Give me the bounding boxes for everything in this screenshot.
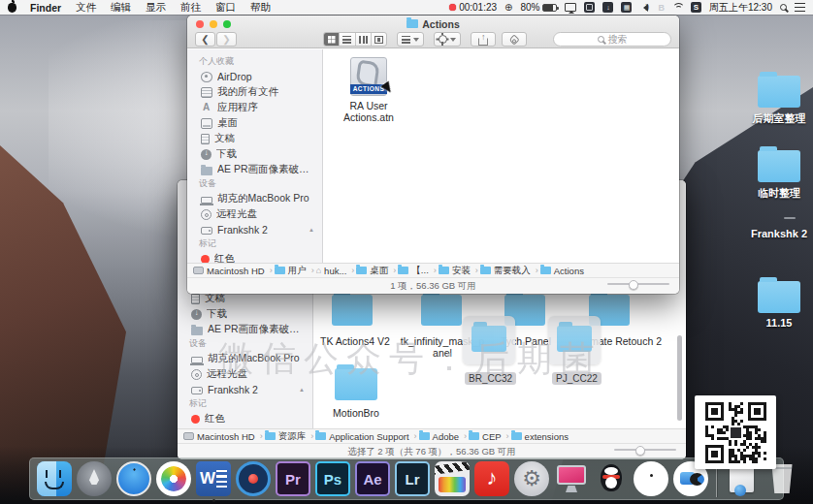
path-segment[interactable]: CEP	[469, 431, 509, 442]
record-dot-icon	[449, 4, 456, 11]
folder-icon	[758, 150, 800, 182]
sidebar-item-frankshk2[interactable]: Frankshk 2▲	[187, 222, 322, 237]
sidebar-item-tag-red[interactable]: 红色	[187, 251, 322, 263]
laptop-icon	[201, 197, 212, 204]
icon-size-slider[interactable]	[614, 449, 676, 451]
tags-button[interactable]	[502, 32, 527, 47]
path-segment[interactable]: Actions	[540, 266, 589, 276]
sidebar-item-downloads[interactable]: 下载	[178, 306, 312, 322]
sidebar-item-airdrop[interactable]: AirDrop	[187, 69, 322, 84]
dock-lightroom[interactable]: Lr	[395, 461, 430, 496]
app-status-icon-2[interactable]: ↓	[602, 2, 613, 13]
sidebar-item-frankshk2[interactable]: Frankshk 2▲	[178, 382, 312, 397]
battery-status[interactable]: 80%	[520, 2, 557, 13]
action-gear-button[interactable]	[434, 32, 461, 47]
eject-icon[interactable]: ▲	[309, 227, 314, 233]
airplay-icon[interactable]	[565, 3, 576, 12]
menu-window[interactable]: 窗口	[215, 1, 236, 15]
sidebar-item-downloads[interactable]: 下载	[187, 146, 322, 162]
volume-icon[interactable]	[639, 4, 648, 12]
arrange-button[interactable]	[397, 32, 424, 47]
globe-icon[interactable]: ⊕	[504, 3, 512, 13]
back-button[interactable]: ❮	[195, 32, 215, 47]
folder-tk-infinity[interactable]	[421, 295, 462, 326]
sidebar-item-remote-disc[interactable]: 远程光盘	[187, 206, 322, 222]
path-segment[interactable]: 资源库	[265, 430, 314, 443]
dock-launchpad[interactable]	[77, 461, 112, 496]
path-segment[interactable]: 需要载入	[480, 265, 538, 277]
path-segment[interactable]: 安装	[439, 265, 478, 277]
dock-word[interactable]: W	[196, 461, 231, 496]
notification-center-icon[interactable]	[795, 3, 805, 12]
bluetooth-icon[interactable]: B	[658, 3, 665, 13]
dock-premiere[interactable]: Pr	[276, 461, 310, 496]
forward-button[interactable]: ❯	[216, 32, 237, 47]
path-segment[interactable]: extensions	[511, 431, 573, 442]
sidebar-item-remote-disc[interactable]: 远程光盘	[178, 366, 312, 382]
input-method-icon[interactable]: S	[691, 2, 701, 13]
search-field[interactable]: 搜索	[553, 32, 671, 47]
desktop-icon-linshi[interactable]: 临时整理	[745, 150, 813, 201]
dock-photos[interactable]	[156, 461, 191, 496]
sidebar-item-desktop[interactable]: 桌面	[187, 115, 322, 131]
screen-record-indicator[interactable]: 00:01:23	[449, 2, 497, 13]
dock-safari[interactable]	[116, 461, 151, 496]
path-segment[interactable]: Adobe	[419, 431, 467, 442]
folder-tk-actions[interactable]	[332, 295, 373, 326]
dock-final-cut-pro[interactable]	[435, 461, 470, 496]
dock-finder[interactable]	[37, 461, 72, 496]
dock-battery-app[interactable]	[634, 461, 668, 496]
folder-icon	[398, 267, 408, 274]
path-segment[interactable]: 【...	[398, 265, 436, 277]
menu-bar: Finder 文件 编辑 显示 前往 窗口 帮助 00:01:23 ⊕ 80% …	[0, 0, 813, 15]
dock-photoshop[interactable]: Ps	[315, 461, 350, 496]
share-button[interactable]	[471, 32, 496, 47]
sidebar-item-ae-pr-folder[interactable]: AE PR画面像素破损信...	[178, 322, 312, 337]
desktop-icon-houqishi[interactable]: 后期室整理	[745, 76, 813, 126]
path-segment[interactable]: 用户	[275, 265, 314, 277]
path-segment[interactable]: Application Support	[315, 431, 416, 442]
list-view-button[interactable]	[340, 33, 355, 46]
spotlight-icon[interactable]	[780, 4, 787, 11]
menu-finder[interactable]: Finder	[30, 2, 61, 14]
dock-netease-music[interactable]	[474, 461, 509, 496]
menu-go[interactable]: 前往	[180, 1, 201, 15]
wifi-icon[interactable]	[672, 3, 683, 12]
file-ra-user-actions[interactable]: ACTIONS RA User Actions.atn	[339, 57, 399, 123]
eject-icon[interactable]: ▲	[299, 387, 305, 393]
drag-ghost-br-cc32[interactable]	[463, 316, 515, 364]
icon-view-button[interactable]	[324, 33, 340, 46]
dock-media-app[interactable]	[236, 461, 271, 496]
path-segment[interactable]: 桌面	[356, 265, 396, 277]
path-segment[interactable]: ⌂huk...	[316, 266, 355, 276]
dock-system-preferences[interactable]	[514, 461, 549, 496]
sidebar-item-macbook[interactable]: 胡克的MacBook Pro	[178, 351, 312, 366]
icon-size-slider[interactable]	[607, 283, 669, 285]
dock-display-app[interactable]	[554, 461, 589, 496]
sidebar-item-applications[interactable]: 应用程序	[187, 100, 322, 115]
app-status-icon-1[interactable]	[584, 2, 595, 13]
menu-help[interactable]: 帮助	[250, 1, 271, 15]
dock-qq[interactable]	[594, 461, 629, 496]
sidebar-item-macbook[interactable]: 胡克的MacBook Pro	[187, 191, 322, 206]
column-view-button[interactable]	[356, 33, 372, 46]
folder-motionbro[interactable]	[335, 368, 377, 400]
menu-edit[interactable]: 编辑	[111, 1, 131, 15]
sidebar-item-documents[interactable]: 文稿	[187, 131, 322, 146]
vertical-scrollbar[interactable]	[677, 335, 682, 421]
clock[interactable]: 周五上午12:30	[709, 1, 772, 15]
app-status-icon-3[interactable]: ▦	[621, 2, 632, 13]
path-segment[interactable]: Macintosh HD	[193, 266, 273, 276]
sidebar-item-all-files[interactable]: 我的所有文件	[187, 84, 322, 100]
path-segment[interactable]: Macintosh HD	[183, 431, 263, 442]
desktop-icon-frankshk2[interactable]: Frankshk 2	[745, 224, 813, 239]
sidebar-item-ae-pr-folder[interactable]: AE PR画面像素破损信...	[187, 162, 322, 177]
drag-ghost-pj-cc22[interactable]	[548, 316, 601, 364]
menu-view[interactable]: 显示	[146, 1, 166, 15]
sidebar-item-tag-red[interactable]: 红色	[178, 411, 312, 426]
dock-after-effects[interactable]: Ae	[355, 461, 390, 496]
desktop-icon-1115[interactable]: 11.15	[745, 281, 813, 329]
apple-menu-icon[interactable]	[8, 3, 16, 13]
coverflow-view-button[interactable]	[372, 33, 386, 46]
menu-file[interactable]: 文件	[76, 1, 96, 15]
